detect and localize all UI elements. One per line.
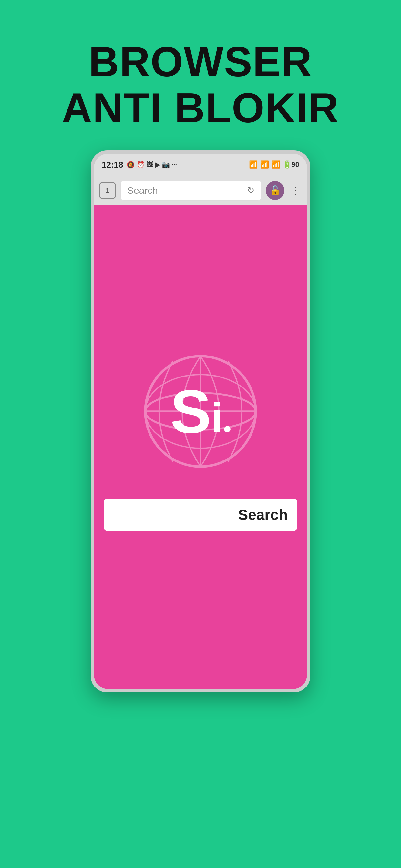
phone-screen: 12:18 🔕 ⏰ 🖼 ▶ 📷 ··· 📶 📶 📶 🔋90 1 [94, 154, 307, 689]
header-line1: BROWSER [89, 38, 312, 85]
status-notification-icons: 🔕 ⏰ 🖼 ▶ 📷 ··· [127, 161, 177, 168]
header-line2: ANTI BLOKIR [62, 84, 339, 131]
status-bar: 12:18 🔕 ⏰ 🖼 ▶ 📷 ··· 📶 📶 📶 🔋90 [94, 154, 307, 176]
search-button-label: Search [238, 506, 288, 523]
mute-icon: 🔕 [127, 161, 135, 168]
browser-toolbar: 1 Search ↻ 🔓 ⋮ [94, 176, 307, 205]
battery-icon: 🔋90 [283, 160, 299, 169]
status-bar-right: 📶 📶 📶 🔋90 [249, 160, 299, 169]
status-bar-left: 12:18 🔕 ⏰ 🖼 ▶ 📷 ··· [102, 160, 177, 170]
logo-letter-s: S [171, 381, 212, 442]
bluetooth-icon: 📶 [249, 160, 258, 169]
logo-dot [224, 426, 230, 432]
app-header: BROWSER ANTI BLOKIR [62, 39, 339, 131]
lock-button[interactable]: 🔓 [266, 181, 284, 200]
search-bar[interactable]: Search ↻ [120, 181, 261, 200]
signal-icon: 📶 [260, 160, 269, 169]
alarm-icon: ⏰ [136, 161, 145, 168]
wifi-icon: 📶 [272, 160, 280, 169]
camera-icon: 📷 [162, 161, 170, 168]
status-time: 12:18 [102, 160, 123, 170]
gallery-icon: 🖼 [147, 161, 153, 168]
app-logo: S i [139, 350, 262, 473]
more-notifications-icon: ··· [172, 161, 177, 168]
browser-content: S i Search [94, 205, 307, 689]
tab-counter[interactable]: 1 [99, 182, 116, 199]
search-bar-placeholder: Search [127, 185, 158, 196]
menu-button[interactable]: ⋮ [289, 184, 302, 197]
logo-letter-i: i [211, 397, 223, 439]
search-button[interactable]: Search [104, 499, 297, 531]
lock-icon: 🔓 [270, 185, 281, 196]
phone-mockup: 12:18 🔕 ⏰ 🖼 ▶ 📷 ··· 📶 📶 📶 🔋90 1 [91, 151, 310, 692]
play-icon: ▶ [155, 161, 160, 168]
reload-icon[interactable]: ↻ [247, 185, 254, 196]
